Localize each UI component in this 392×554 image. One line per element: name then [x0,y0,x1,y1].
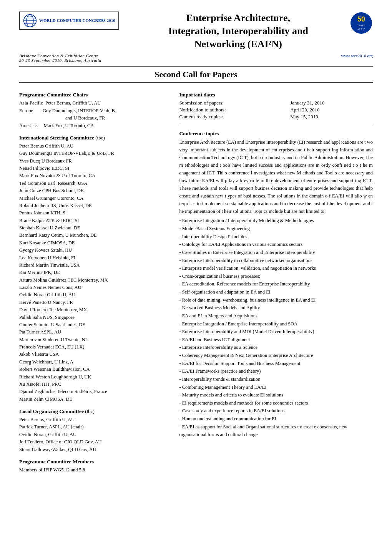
list-item: Combining Management Theory and EA/EI [179,383,373,391]
list-item: EA/EI for Decision Support Tools and Bus… [179,360,373,368]
list-item: Enterprise Integration / Interoperabilit… [179,217,373,225]
anniversary-icon: 50 YEARS OF IFIP [350,12,373,35]
list-item: Xu Xiaofei HIT, PRC [19,381,168,388]
chairs-list: Asia-Pacific Peter Bernus, Griffith U, A… [19,100,168,129]
date-label: Notification to authors: [179,106,290,113]
list-item: Djamal Zeghlache, Telecom SudParis, Fran… [19,388,168,395]
steering-list: Peter Bernus Griffith U, AUGuy Doumeingt… [19,143,168,403]
list-item: Maturity models and criteria to evaluate… [179,391,373,399]
date-value: January 31, 2010 [290,100,373,106]
congress-logo-text: WORLD COMPUTER CONGRESS 2010 [39,18,115,23]
list-item: John Gotze CPH Bus School, DK [19,187,168,194]
second-call-heading: Second Call for Papers [19,66,373,83]
list-item: Michael Gruninger Utoronto, CA [19,195,168,202]
list-item: Francois Vernadat ECA, EU (LX) [19,343,168,351]
list-item: Ontology for EA/EI Applications in vario… [179,241,373,249]
list-item: Case Studies in Enterprise Integration a… [179,249,373,257]
list-item: David Romero Tec Monterrey, MX [19,306,168,313]
list-item: Enterprise Interoperability as a Science [179,343,373,352]
right-column: Important dates Submission of papers:Jan… [179,86,373,474]
svg-text:YEARS: YEARS [357,24,365,27]
ifip-icon: IFIP [23,14,37,28]
subtitle-block: Brisbane Convention & Exhibition Centre … [19,53,373,63]
list-item: Lea Kutvonen U Helsinki, FI [19,254,168,262]
list-item: Stephan Kassel U Zwickau, DE [19,224,168,232]
logo-box: IFIP WORLD COMPUTER CONGRESS 2010 [19,12,119,30]
list-item: Kurt Kosanke CIMOSA, DE [19,239,168,247]
list-item: Enterprise Integration / Enterprise Inte… [179,320,373,328]
table-row: Camera-ready copies:May 15, 2010 [179,113,373,120]
list-item: Richard Weston Loughborogh U, UK [19,373,168,381]
venue-info: Brisbane Convention & Exhibition Centre … [19,53,101,63]
list-item: Enterprise Interoperability and MDI (Mod… [179,328,373,336]
table-row: Submission of papers:January 31, 2010 [179,100,373,106]
list-item: Yves Ducq U Bordeaux FR [19,158,168,165]
list-item: EI requirements models and methods for s… [179,399,373,407]
list-item: Roland Jochem IIS, Univ. Kassel, DE [19,202,168,209]
list-item: Patrick Turner, ASPL, AU (chair) [19,423,168,431]
congress-title: WORLD COMPUTER CONGRESS 2010 [39,18,115,23]
svg-text:50: 50 [357,15,365,23]
list-item: Case study and experience reports in EA/… [179,407,373,415]
list-item: Jeff Tendero, Office of CIO QLD Gov, AU [19,438,168,446]
topics-heading: Conference topics [179,131,373,137]
local-committee-heading: Local Organizing Committee (tbc) [19,408,168,415]
topics-intro: Enterprise Arch itecture (EA) and Enterp… [179,138,373,215]
main-title-block: Enterprise Architecture, Integration, In… [131,12,346,50]
list-item: Ovidiu Noran Griffith U, AU [19,291,168,299]
date-label: Camera-ready copies: [179,113,290,120]
list-item: EA/EI Frameworks (practice and theory) [179,367,373,375]
local-committee-list: Peter Bernus, Griffith U, AUPatrick Turn… [19,416,168,453]
list-item: Pallab Saha NUS, Singapore [19,314,168,321]
list-item: Gunter Schmidt U Saarlandes, DE [19,321,168,328]
programme-members-desc: Members of IFIP WG5.12 and 5.8 [19,466,168,474]
list-item: Europe Guy Doumeingts, INTEROP-Vlab, B [19,107,168,114]
header: IFIP WORLD COMPUTER CONGRESS 2010 Enterp… [19,12,373,50]
date-value: May 15, 2010 [290,113,373,120]
list-item: Gyorgy Kovacs Sztaki, HU [19,247,168,254]
chairs-heading: Programme Committee Chairs [19,92,168,98]
list-item: Enterprise model verification, validatio… [179,264,373,272]
website-link[interactable]: www.wcc2010.org [341,53,373,58]
list-item: Coherency Management & Next Generation E… [179,352,373,360]
date-value: April 20, 2010 [290,106,373,113]
list-item: Americas Mark Fox, U Toronto, CA [19,122,168,129]
list-item: EA and EI in Mergers and Acquisitions [179,312,373,320]
list-item: Mark Fox Novator & U of Toronto, CA [19,172,168,179]
dates-heading: Important dates [179,92,373,98]
list-item: Laszlo Nemes Nemes Cons, AU [19,284,168,291]
list-item: Hervé Panetto U Nancy. FR [19,299,168,306]
list-item: Ovidiu Noran, Griffith U, AU [19,431,168,438]
main-title: Enterprise Architecture, Integration, In… [131,12,346,50]
list-item: Networked Business Models and Agility [179,304,373,312]
list-item: Robert Weisman Buildthevision, CA [19,366,168,373]
list-item: Guy Doumeingts INTEROP-VLab,B & UoB, FR [19,150,168,157]
list-item: Arturo Molina Gutiérrez TEC Monterrey, M… [19,277,168,284]
list-item: Georg Weichhart, U Linz, A [19,358,168,366]
date-label: Submission of papers: [179,100,290,106]
list-item: Interoperability trends & standardizatio… [179,375,373,383]
list-item: EA/EI and Business ICT alignment [179,336,373,344]
list-item: Pontus Johnson KTH, S [19,209,168,217]
table-row: Notification to authors:April 20, 2010 [179,106,373,113]
list-item: Ted Goranson Earl, Research, USA [19,180,168,187]
list-item: Model-Based Systems Engineering [179,225,373,233]
dates-table: Submission of papers:January 31, 2010Not… [179,100,373,120]
divider [179,125,373,125]
list-item: Role of data mining, warehousing, busine… [179,296,373,304]
programme-members-heading: Programme Committee Members [19,459,168,465]
list-item: Kai Mertins IPK, DE [19,269,168,276]
list-item: Peter Bernus Griffith U, AU [19,143,168,150]
list-item: Interoperability Design Principles [179,233,373,241]
list-item: and U Bordeaux, FR [19,114,168,122]
main-content: Programme Committee Chairs Asia-Pacific … [19,86,373,474]
list-item: Bernhard Katzy Cetim, U Munchen, DE [19,232,168,239]
list-item: Human understanding and communication fo… [179,415,373,423]
left-column: Programme Committee Chairs Asia-Pacific … [19,86,168,474]
list-item: Enterprise Interoperability in collabora… [179,257,373,265]
list-item: EA accreditation. Reference models for E… [179,280,373,288]
list-item: Martin Zelm CIMOSA, DE [19,396,168,403]
svg-text:IFIP: IFIP [28,15,32,18]
svg-text:OF IFIP: OF IFIP [358,28,365,30]
list-item: Jakob Vlietsrta USA [19,351,168,358]
